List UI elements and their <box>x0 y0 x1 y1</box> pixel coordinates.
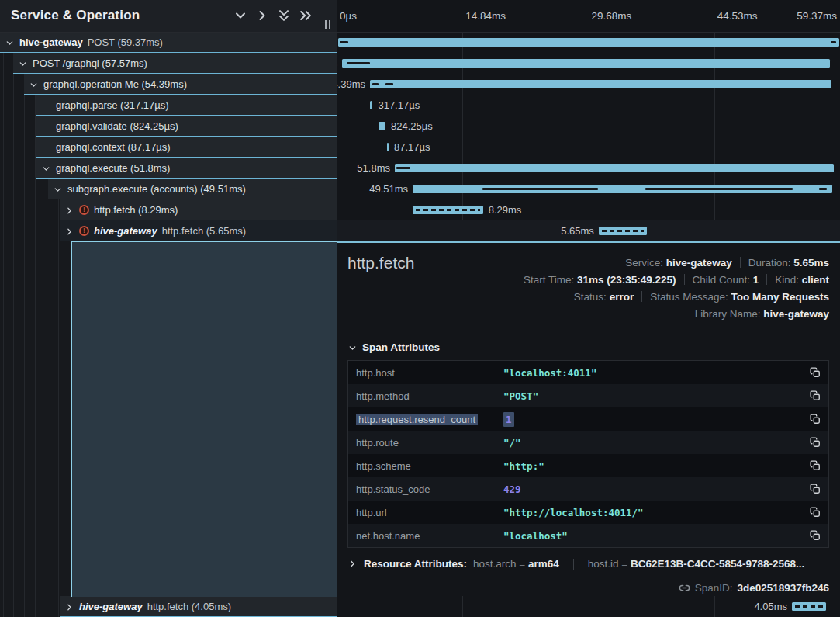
copy-icon[interactable] <box>802 367 828 378</box>
attribute-value: "http://localhost:4011/" <box>503 507 802 518</box>
span-meta-line: Status: errorStatus Message: Too Many Re… <box>524 289 829 306</box>
attribute-row: http.request.resend_count1 <box>348 407 828 431</box>
meta-label: Kind: <box>775 274 799 286</box>
meta-separator <box>740 257 741 268</box>
resource-attributes-row[interactable]: Resource Attributes:host.arch = arm64hos… <box>347 558 804 570</box>
chevron-down-icon[interactable] <box>233 8 248 23</box>
tree-row[interactable]: hive-gatewayPOST (59.37ms) <box>0 32 337 53</box>
span-name-label: http.fetch (8.29ms) <box>94 204 178 216</box>
chevron-down-icon[interactable] <box>41 163 51 173</box>
copy-icon[interactable] <box>802 414 828 425</box>
attribute-row: http.url"http://localhost:4011/" <box>348 501 828 524</box>
timeline-row: 5.65ms <box>337 220 840 241</box>
tree-row[interactable]: graphql.context (87.17µs) <box>0 137 337 158</box>
child-span-mark <box>396 167 410 169</box>
meta-separator <box>641 291 642 302</box>
resource-attribute: host.id = BC62E13B-C4CC-5854-9788-2568..… <box>588 558 805 570</box>
span-service-name: hive-gateway <box>19 36 83 48</box>
span-id-row: SpanID: 3de02518937fb246 <box>679 582 829 594</box>
span-bar[interactable] <box>792 602 826 611</box>
attribute-row: http.host"localhost:4011" <box>348 361 828 384</box>
meta-label: Duration: <box>748 257 791 269</box>
span-bar[interactable] <box>338 38 839 47</box>
tree-row[interactable]: hive-gatewayhttp.fetch (4.05ms) <box>0 596 337 617</box>
chevron-right-icon[interactable] <box>254 8 270 23</box>
meta-label: Library Name: <box>695 308 761 320</box>
chevrons-right-icon[interactable] <box>298 8 313 23</box>
tree-row[interactable]: !hive-gatewayhttp.fetch (5.65ms) <box>0 220 337 241</box>
span-bar[interactable] <box>370 80 831 88</box>
chevron-down-icon[interactable] <box>18 58 28 68</box>
chevron-down-icon <box>347 342 358 352</box>
axis-tick: 59.37ms <box>797 10 837 22</box>
copy-icon[interactable] <box>802 530 828 541</box>
copy-icon[interactable] <box>802 437 828 448</box>
span-duration-label: 49.51ms <box>369 183 408 195</box>
meta-value: hive-gateway <box>763 308 829 320</box>
copy-icon[interactable] <box>802 507 828 518</box>
span-name-label: graphql.operation Me (54.39ms) <box>43 78 187 90</box>
chevrons-down-icon[interactable] <box>276 8 292 23</box>
copy-icon[interactable] <box>802 460 828 471</box>
span-meta-line: Start Time: 31ms (23:35:49.225)Child Cou… <box>524 272 829 289</box>
timeline-row: 317.17µs <box>337 95 840 116</box>
span-bar[interactable] <box>395 164 834 172</box>
axis-tick: 44.53ms <box>717 10 758 22</box>
span-meta-line: Service: hive-gatewayDuration: 5.65ms <box>524 255 829 272</box>
tree-row[interactable]: POST /graphql (57.57ms) <box>0 53 337 74</box>
copy-icon[interactable] <box>802 390 828 401</box>
child-span-mark <box>340 41 347 43</box>
span-duration-label: 8.29ms <box>489 204 522 216</box>
span-detail-panel: http.fetch Service: hive-gatewayDuration… <box>337 241 840 596</box>
span-bar[interactable] <box>599 227 647 235</box>
attribute-key: http.url <box>348 507 503 518</box>
attribute-value: "POST" <box>503 390 802 402</box>
span-duration-label: 317.17µs <box>378 99 420 111</box>
span-bar[interactable] <box>379 122 385 130</box>
child-span-mark <box>819 188 827 190</box>
attribute-key: http.host <box>348 367 503 379</box>
panel-resize-handle[interactable] <box>325 20 330 29</box>
timeline-row: 54.39ms <box>337 74 840 95</box>
tree-row[interactable]: !http.fetch (8.29ms) <box>0 199 337 220</box>
span-duration-label: 51.8ms <box>357 162 390 174</box>
chevron-down-icon[interactable] <box>53 184 63 194</box>
meta-label: Status Message: <box>650 291 728 303</box>
chevron-right-icon[interactable] <box>64 601 74 612</box>
detail-divider <box>347 334 829 334</box>
span-bar[interactable] <box>387 143 389 151</box>
span-bar[interactable] <box>370 101 372 109</box>
attribute-value: "/" <box>503 437 802 449</box>
attribute-key: net.host.name <box>348 530 503 542</box>
chevron-right-icon[interactable] <box>64 205 74 215</box>
tree-row[interactable]: graphql.operation Me (54.39ms) <box>0 74 337 95</box>
span-bar[interactable] <box>413 206 483 214</box>
attribute-row: http.scheme"http:" <box>348 454 828 477</box>
meta-label: Child Count: <box>693 274 750 286</box>
chevron-right-icon[interactable] <box>347 559 358 569</box>
tree-row[interactable]: graphql.validate (824.25µs) <box>0 116 337 137</box>
span-bar[interactable] <box>342 59 830 68</box>
timeline-row: 87.17µs <box>337 137 840 158</box>
timeline-row: 57.57ms <box>337 53 840 74</box>
chevron-down-icon[interactable] <box>29 79 39 89</box>
chevron-right-icon[interactable] <box>64 226 74 236</box>
span-attributes-toggle[interactable]: Span Attributes <box>347 341 440 353</box>
attribute-value: 429 <box>503 484 802 495</box>
timeline-row: 8.29ms <box>337 199 840 220</box>
link-icon[interactable] <box>679 582 690 594</box>
resource-attribute: host.arch = arm64 <box>473 558 559 570</box>
span-duration-label: 5.65ms <box>561 225 594 237</box>
tree-row[interactable]: graphql.parse (317.17µs) <box>0 95 337 116</box>
span-bar[interactable] <box>413 185 832 193</box>
chevron-down-icon[interactable] <box>5 37 15 47</box>
span-name-label: POST (59.37ms) <box>88 36 163 48</box>
tree-row[interactable]: graphql.execute (51.8ms) <box>0 158 337 179</box>
attribute-key: http.status_code <box>348 484 503 495</box>
copy-icon[interactable] <box>802 484 828 494</box>
tree-row[interactable]: subgraph.execute (accounts) (49.51ms) <box>0 179 337 199</box>
child-span-mark <box>831 41 836 43</box>
timeline-row: 51.8ms <box>337 158 840 179</box>
attribute-row: http.method"POST" <box>348 384 828 407</box>
tree-header: Service & Operation <box>0 0 337 33</box>
